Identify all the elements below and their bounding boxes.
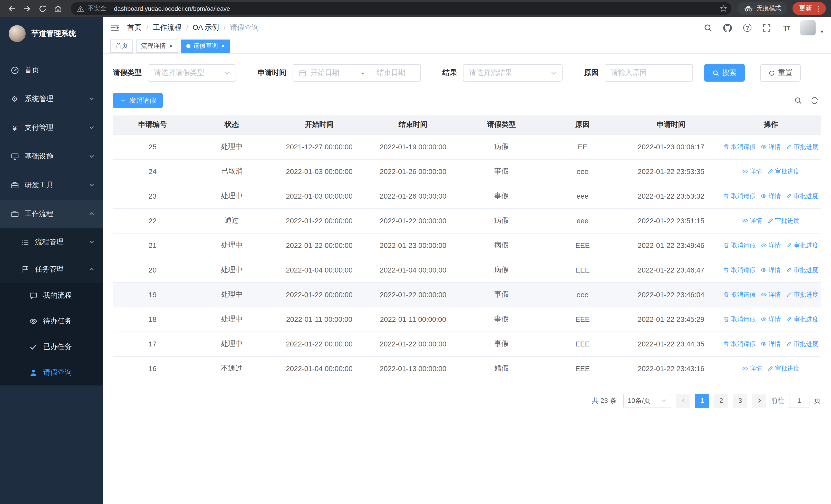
page-button-1[interactable]: 1 <box>695 393 709 408</box>
search-button[interactable]: 搜索 <box>704 64 745 82</box>
close-icon[interactable]: × <box>169 42 173 49</box>
cell-leave-type: 病假 <box>459 135 544 159</box>
url-text[interactable]: dashboard.yudao.iocoder.cn/bpm/oa/leave <box>114 5 230 12</box>
cancel-leave-link[interactable]: 取消请假 <box>723 192 756 200</box>
close-icon[interactable]: × <box>221 42 225 49</box>
help-button[interactable]: ? <box>742 22 753 33</box>
browser-menu-icon[interactable]: ⋮ <box>815 4 822 12</box>
bookmark-star-icon[interactable] <box>718 5 729 12</box>
sidebar-item-devtools[interactable]: 研发工具 <box>0 171 103 200</box>
sidebar-item-label: 系统管理 <box>25 94 53 104</box>
logo-row[interactable]: 芋道管理系统 <box>0 17 103 50</box>
sidebar-item-home[interactable]: 首页 <box>0 56 103 85</box>
cell-apply-id: 23 <box>113 184 192 208</box>
breadcrumb-item[interactable]: 首页 <box>127 23 142 32</box>
progress-link[interactable]: 审批进度 <box>767 364 800 373</box>
detail-link[interactable]: 详情 <box>742 167 762 176</box>
result-select[interactable]: 请选择流结果 <box>463 64 563 82</box>
table-row: 22通过2022-01-22 00:00:002022-01-22 00:00:… <box>113 208 821 233</box>
cell-reason: EE <box>544 135 621 159</box>
avatar-caret-icon[interactable]: ▾ <box>821 29 823 35</box>
tab-label: 请假查询 <box>193 41 218 50</box>
cancel-leave-link[interactable]: 取消请假 <box>723 315 756 324</box>
cell-apply-id: 21 <box>113 233 192 258</box>
cancel-leave-link[interactable]: 取消请假 <box>723 241 756 250</box>
detail-link[interactable]: 详情 <box>761 142 781 151</box>
apply-time-range-picker[interactable]: 开始日期 - 结束日期 <box>292 64 421 82</box>
filter-reason: 原因 请输入原因 <box>584 64 693 82</box>
progress-link[interactable]: 审批进度 <box>767 167 800 176</box>
sidebar-item-task-mgmt[interactable]: 任务管理 <box>0 256 103 283</box>
page-button-3[interactable]: 3 <box>733 393 747 408</box>
page-button-2[interactable]: 2 <box>714 393 728 408</box>
goto-prefix: 前往 <box>771 396 784 405</box>
progress-link[interactable]: 审批进度 <box>786 241 819 250</box>
security-label[interactable]: 不安全 <box>88 4 106 13</box>
forward-button[interactable] <box>21 2 34 15</box>
detail-link[interactable]: 详情 <box>742 216 762 225</box>
sidebar-item-my-process[interactable]: 我的流程 <box>0 283 103 308</box>
cancel-leave-link[interactable]: 取消请假 <box>723 290 756 299</box>
collapse-sidebar-button[interactable] <box>110 23 120 32</box>
progress-link[interactable]: 审批进度 <box>767 216 800 225</box>
detail-link[interactable]: 详情 <box>761 290 781 299</box>
sidebar-item-done-task[interactable]: 已办任务 <box>0 334 103 360</box>
prev-page-button[interactable] <box>676 393 690 408</box>
cell-start-time: 2022-01-04 00:00:00 <box>271 356 367 381</box>
reason-input[interactable]: 请输入原因 <box>605 64 693 82</box>
leave-type-select[interactable]: 请选择请假类型 <box>148 64 236 82</box>
detail-link[interactable]: 详情 <box>761 339 781 348</box>
sidebar-item-workflow[interactable]: 工作流程 <box>0 200 103 228</box>
user-avatar[interactable] <box>800 20 815 35</box>
progress-link[interactable]: 审批进度 <box>786 266 819 274</box>
update-button[interactable]: 更新 ⋮ <box>793 2 826 15</box>
reset-button[interactable]: 重置 <box>760 64 801 82</box>
cancel-leave-link[interactable]: 取消请假 <box>723 339 756 348</box>
progress-link[interactable]: 审批进度 <box>786 290 819 299</box>
tab-leave-query[interactable]: 请假查询 × <box>181 39 230 53</box>
cancel-leave-link[interactable]: 取消请假 <box>723 266 756 274</box>
breadcrumb-item[interactable]: OA 示例 <box>193 23 219 32</box>
end-date-placeholder[interactable]: 结束日期 <box>377 68 415 78</box>
cell-end-time: 2022-01-19 00:00:00 <box>367 135 459 159</box>
goto-page-input[interactable] <box>789 393 809 408</box>
leave-table-body: 25处理中2021-12-27 00:00:002022-01-19 00:00… <box>113 135 821 381</box>
next-page-button[interactable] <box>752 393 766 408</box>
sidebar-item-leave-query[interactable]: 请假查询 <box>0 360 103 385</box>
progress-link[interactable]: 审批进度 <box>786 339 819 348</box>
cell-apply-id: 18 <box>113 307 192 331</box>
detail-link[interactable]: 详情 <box>761 192 781 200</box>
progress-link[interactable]: 审批进度 <box>786 192 819 200</box>
header-search-button[interactable] <box>703 22 714 33</box>
sidebar-item-todo-task[interactable]: 待办任务 <box>0 308 103 334</box>
progress-link[interactable]: 审批进度 <box>786 315 819 324</box>
chat-icon <box>29 291 37 300</box>
sidebar-item-label: 支付管理 <box>25 123 53 132</box>
font-size-button[interactable]: TT <box>781 22 792 33</box>
detail-link[interactable]: 详情 <box>761 315 781 324</box>
sidebar-item-infra[interactable]: 基础设施 <box>0 142 103 171</box>
home-button[interactable] <box>51 2 65 15</box>
detail-link[interactable]: 详情 <box>761 241 781 250</box>
github-button[interactable] <box>722 22 734 33</box>
page-size-select[interactable]: 10条/页 <box>623 393 671 408</box>
fullscreen-button[interactable] <box>761 22 773 33</box>
github-icon <box>723 23 732 32</box>
sidebar-item-system[interactable]: ⚙ 系统管理 <box>0 85 103 113</box>
detail-link[interactable]: 详情 <box>742 364 762 373</box>
toggle-search-button[interactable] <box>794 96 802 105</box>
start-date-placeholder[interactable]: 开始日期 <box>311 68 348 78</box>
cancel-leave-link[interactable]: 取消请假 <box>723 142 756 151</box>
detail-link[interactable]: 详情 <box>761 266 781 274</box>
tab-process-detail[interactable]: 流程详情 × <box>136 39 178 53</box>
progress-link[interactable]: 审批进度 <box>786 142 819 151</box>
sidebar-item-payment[interactable]: ¥ 支付管理 <box>0 113 103 142</box>
refresh-table-button[interactable] <box>810 96 819 105</box>
address-bar[interactable]: 不安全 dashboard.yudao.iocoder.cn/bpm/oa/le… <box>71 2 732 15</box>
reload-button[interactable] <box>36 2 49 15</box>
sidebar-item-process-mgmt[interactable]: 流程管理 <box>0 228 103 256</box>
tab-home[interactable]: 首页 <box>110 39 133 53</box>
create-leave-button[interactable]: ＋ 发起请假 <box>113 93 163 108</box>
breadcrumb-item[interactable]: 工作流程 <box>153 23 181 32</box>
back-button[interactable] <box>5 2 19 15</box>
